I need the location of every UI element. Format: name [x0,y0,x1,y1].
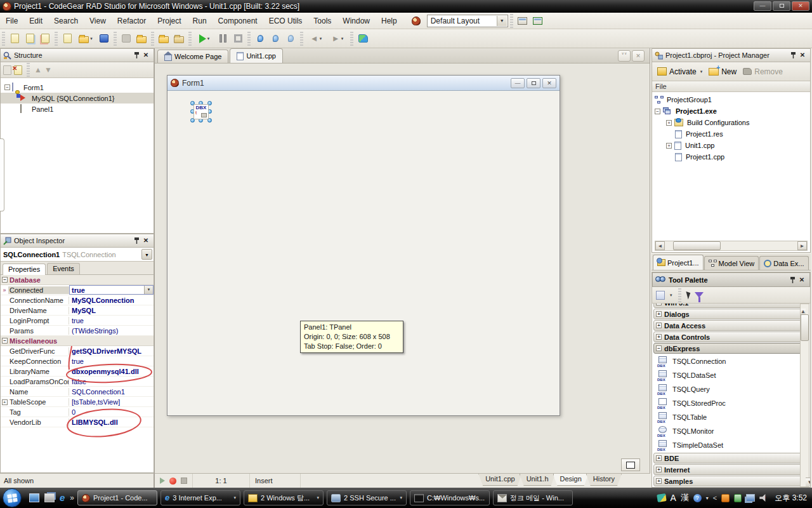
chevron-down-icon[interactable]: ▼ [144,286,153,294]
tree-item-project1-exe[interactable]: − Project1.exe [652,105,810,117]
property-row-connectionname[interactable]: ConnectionNameMySQLConnection [1,295,154,305]
ime-alpha-toggle[interactable]: A [671,493,676,503]
close-panel-button[interactable]: ✕ [141,51,151,60]
expand-icon[interactable]: + [656,311,662,317]
tree-item-project1-res[interactable]: Project1.res [652,128,810,140]
sqlconnection-component-icon[interactable]: DBX t [193,104,209,119]
property-value[interactable]: SQLConnection1 [69,388,154,396]
category-database[interactable]: −Database [1,275,154,285]
property-row-getdriverfunc[interactable]: GetDriverFuncgetSQLDriverMYSQL [1,346,154,356]
taskbar-button-windows-explorer[interactable]: 2 Windows 탐...▾ [244,490,324,505]
selection-cursor-icon[interactable] [686,290,691,299]
menu-project[interactable]: Project [152,14,187,28]
macro-record-icon[interactable] [169,478,176,485]
menu-run[interactable]: Run [187,14,213,28]
ime-hanja-toggle[interactable]: 漢 [681,492,689,504]
tree-item-build-configurations[interactable]: + Build Configurations [652,117,810,128]
property-value[interactable]: true [69,358,154,365]
expand-icon[interactable]: + [656,323,662,328]
pause-button[interactable] [215,31,230,46]
move-down-icon[interactable]: ▼ [44,65,52,74]
step-over-button[interactable] [268,31,283,46]
property-row-params[interactable]: Params(TWideStrings) [1,326,154,336]
palette-item-tsqlconnection[interactable]: DBXTSQLConnection [652,354,810,368]
category-bde[interactable]: +BDE [653,453,809,464]
dropdown-arrow-icon[interactable]: ▾ [320,36,322,41]
palette-item-tsqlquery[interactable]: DBXTSQLQuery [652,382,810,396]
property-value-editor[interactable]: true▼ [69,285,154,295]
object-selector[interactable]: SQLConnection1 TSQLConnection ▼ [1,248,154,262]
remove-file-button[interactable] [171,31,187,46]
property-value[interactable]: (TWideStrings) [69,327,154,335]
menu-view[interactable]: View [84,14,112,28]
group-dropdown-icon[interactable]: ▾ [317,495,320,500]
tree-item-sqlconnection[interactable]: MySQL {SQLConnection1} [1,93,154,104]
category-miscellaneous[interactable]: −Miscellaneous [1,336,154,346]
category-data-controls[interactable]: +Data Controls [653,331,809,342]
category-win31[interactable]: +Win 3.1 [653,304,809,308]
palette-item-tsimpledataset[interactable]: DBXTSimpleDataSet [652,438,810,452]
restore-button[interactable] [773,1,790,11]
close-button[interactable]: ✕ [792,1,809,11]
new-item-icon[interactable] [3,65,11,75]
category-samples[interactable]: +Samples [653,476,809,486]
property-value[interactable]: MySQL [69,307,154,314]
pin-icon[interactable] [788,276,797,284]
chevron-down-icon[interactable]: ▼ [497,16,507,26]
tab-list-button[interactable]: ∨∨ [618,50,631,62]
dropdown-arrow-icon[interactable]: ▾ [700,69,703,74]
collapse-icon[interactable]: − [2,338,8,344]
form-titlebar[interactable]: Form1 — ✕ [167,76,560,91]
open-project-button[interactable] [22,31,37,46]
show-desktop-icon[interactable] [29,493,39,502]
collapse-icon[interactable]: − [656,345,662,351]
menu-tools[interactable]: Tools [308,14,337,28]
property-value[interactable]: [tsTable,tsView] [69,398,154,406]
property-value[interactable]: dbxopenmysql41.dll [69,368,154,375]
ime-pen-icon[interactable] [657,493,667,502]
selected-sqlconnection-component[interactable]: DBX t [190,101,212,123]
pin-icon[interactable] [132,51,141,60]
property-row-keepconnection[interactable]: KeepConnectiontrue [1,356,154,366]
category-data-access[interactable]: +Data Access [653,320,809,331]
scroll-left-icon[interactable]: ◄ [655,241,665,250]
activate-button[interactable]: Activate▾ [655,66,705,77]
tab-unit1-cpp[interactable]: Unit1.cpp [230,48,282,63]
form-close-button[interactable]: ✕ [542,78,556,88]
property-row-name[interactable]: NameSQLConnection1 [1,387,154,397]
tab-model-view[interactable]: Model View [704,256,759,270]
close-panel-button[interactable]: ✕ [797,51,808,60]
tree-item-unit1-cpp[interactable]: + Unit1.cpp [652,140,810,151]
run-until-return-button[interactable] [283,31,298,46]
component-list-icon[interactable] [656,291,665,300]
expand-icon[interactable]: + [656,467,662,472]
palette-item-tsqltable[interactable]: DBXTSQLTable [652,410,810,424]
category-dbexpress[interactable]: −dbExpress [653,343,809,354]
taskbar-button-cmd[interactable]: C:₩Windows₩s... [410,490,490,505]
collapsed-panel-strip[interactable] [0,138,4,211]
taskbar-button-mail[interactable]: 정크 메일 - Win... [493,490,573,505]
menu-help[interactable]: Help [376,14,403,28]
open-folder-button[interactable] [134,31,149,46]
palette-item-tsqlstoredproc[interactable]: DBXTSQLStoredProc [652,396,810,410]
tray-app-icon[interactable] [721,494,730,502]
close-page-button[interactable]: ✕ [632,50,645,62]
save-button[interactable] [96,31,112,46]
dropdown-arrow-icon[interactable]: ▾ [207,36,210,41]
tab-unit1-cpp-view[interactable]: Unit1.cpp [478,474,521,486]
expand-icon[interactable]: + [656,478,662,484]
property-row-loadparamsonconn[interactable]: LoadParamsOnConnfalse [1,377,154,387]
minimize-button[interactable]: — [754,1,771,11]
taskbar-button-ssh[interactable]: 2 SSH Secure ...▾ [327,490,407,505]
tab-data-explorer[interactable]: Data Ex... [759,256,808,270]
expand-icon[interactable]: + [656,304,662,305]
tab-project-manager[interactable]: Project1... [653,255,704,270]
tray-collapse-icon[interactable]: < [713,494,717,502]
tree-item-panel1[interactable]: Panel1 [1,104,154,114]
menu-refactor[interactable]: Refactor [112,14,152,28]
palette-item-tsqldataset[interactable]: DBXTSQLDataSet [652,368,810,382]
tab-unit1-h-view[interactable]: Unit1.h [520,474,556,486]
add-to-project-button[interactable] [37,31,53,46]
new-items-button[interactable] [7,31,22,46]
tab-events[interactable]: Events [47,263,80,274]
